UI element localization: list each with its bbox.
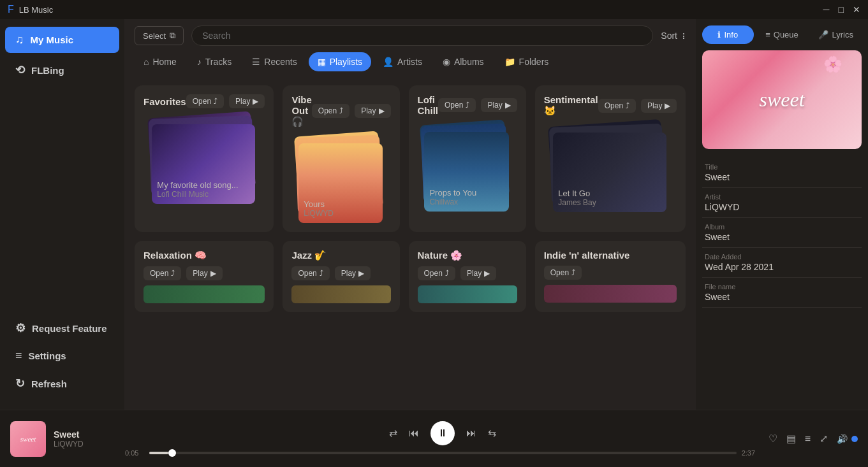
tab-tracks-label: Tracks xyxy=(205,57,232,67)
artists-icon: 👤 xyxy=(383,57,394,67)
maximize-button[interactable]: □ xyxy=(839,4,844,15)
progress-bar[interactable] xyxy=(149,452,737,454)
open-icon: ⤴ xyxy=(214,97,217,106)
tab-albums-label: Albums xyxy=(454,57,484,67)
lyrics-icon: 🎤 xyxy=(818,30,828,40)
play-pause-button[interactable]: ⏸ xyxy=(430,421,455,445)
tab-folders[interactable]: 📁 Folders xyxy=(496,52,558,71)
next-button[interactable]: ⏭ xyxy=(466,427,476,439)
playlists-scroll[interactable]: Favorites Open ⤴ Play ▶ xyxy=(124,78,696,410)
album-art: 🌸 sweet xyxy=(702,50,862,149)
playlist-card-nature[interactable]: Nature 🌸 Open ⤴ Play ▶ xyxy=(409,241,526,312)
favorites-title: Favorites xyxy=(143,96,186,107)
shuffle-button[interactable]: ⇄ xyxy=(389,427,397,439)
nature-preview xyxy=(418,285,517,303)
sidebar-item-refresh[interactable]: ↻ Refresh xyxy=(5,370,119,397)
relaxation-play-btn[interactable]: Play ▶ xyxy=(186,266,222,280)
favorites-actions: Open ⤴ Play ▶ xyxy=(186,94,265,108)
folders-icon: 📁 xyxy=(504,57,515,67)
lofichill-header: Lofi Chill Open ⤴ Play ▶ xyxy=(418,94,517,116)
playlist-add-button[interactable]: ▤ xyxy=(786,433,796,445)
sentimental-actions: Open ⤴ Play ▶ xyxy=(598,99,677,113)
volume-indicator xyxy=(851,436,858,442)
playlist-card-relaxation[interactable]: Relaxation 🧠 Open ⤴ Play ▶ xyxy=(135,241,274,312)
equalizer-button[interactable]: ≡ xyxy=(805,433,811,445)
select-button[interactable]: Select ⧉ xyxy=(135,26,184,45)
playlist-card-sentimental[interactable]: Sentimental 🐱 Open ⤴ Play ▶ xyxy=(535,85,686,232)
app-title-section: F LB Music xyxy=(8,4,53,15)
like-button[interactable]: ♡ xyxy=(769,433,777,445)
favorites-song-info: My favorite old song... Lofi Chill Music xyxy=(157,180,238,199)
jazz-play-btn[interactable]: Play ▶ xyxy=(335,266,371,280)
lofichill-play-btn[interactable]: Play ▶ xyxy=(481,98,517,112)
time-total: 2:37 xyxy=(742,449,761,457)
relaxation-open-btn[interactable]: Open ⤴ xyxy=(143,266,181,280)
art-front: Props to You Chillwax xyxy=(424,132,509,212)
favorites-art: My favorite old song... Lofi Chill Music xyxy=(143,115,265,204)
flbing-icon: ⟲ xyxy=(15,63,25,77)
indie-open-btn[interactable]: Open ⤴ xyxy=(544,266,582,280)
playlist-card-jazz[interactable]: Jazz 🎷 Open ⤴ Play ▶ xyxy=(283,241,399,312)
play-icon: ▶ xyxy=(665,101,670,110)
playlist-card-favorites[interactable]: Favorites Open ⤴ Play ▶ xyxy=(135,85,274,232)
vibeout-play-btn[interactable]: Play ▶ xyxy=(355,104,390,118)
right-panel: ℹ Info ≡ Queue 🎤 Lyrics ✏ 🌸 sweet Title … xyxy=(696,19,868,410)
player-title: Sweet xyxy=(54,429,117,440)
volume-icon: 🔊 xyxy=(837,434,848,444)
tab-artists[interactable]: 👤 Artists xyxy=(374,52,431,71)
date-added-value: Wed Apr 28 2021 xyxy=(705,262,859,272)
album-label: Album xyxy=(705,223,859,231)
tab-queue[interactable]: ≡ Queue xyxy=(756,25,808,44)
jazz-actions: Open ⤴ Play ▶ xyxy=(291,266,390,280)
lofichill-song-info: Props to You Chillwax xyxy=(429,188,476,206)
tab-info[interactable]: ℹ Info xyxy=(702,25,754,44)
tab-home[interactable]: ⌂ Home xyxy=(135,52,186,71)
sidebar-item-my-music[interactable]: ♫ My Music xyxy=(5,27,119,53)
player-center: ⇄ ⏮ ⏸ ⏭ ⇆ 0:05 2:37 xyxy=(125,421,761,457)
playlist-card-indie[interactable]: Indie 'n' alternative Open ⤴ xyxy=(535,241,686,312)
tab-tracks[interactable]: ♪ Tracks xyxy=(188,52,240,71)
lofichill-open-btn[interactable]: Open ⤴ xyxy=(438,98,476,112)
sentimental-play-btn[interactable]: Play ▶ xyxy=(641,99,677,113)
app-body: ♫ My Music ⟲ FLBing ⚙ Request Feature ≡ … xyxy=(0,19,868,410)
expand-button[interactable]: ⤢ xyxy=(820,433,828,445)
player-controls: ⇄ ⏮ ⏸ ⏭ ⇆ xyxy=(389,421,496,445)
top-bar: Select ⧉ Sort ⫶ xyxy=(124,19,696,52)
indie-actions: Open ⤴ xyxy=(544,266,677,280)
title-value: Sweet xyxy=(705,172,859,182)
vibeout-open-btn[interactable]: Open ⤴ xyxy=(312,104,349,118)
album-value: Sweet xyxy=(705,232,859,242)
nature-play-btn[interactable]: Play ▶ xyxy=(460,266,496,280)
minimize-button[interactable]: ─ xyxy=(823,4,830,15)
playlist-card-vibe-out[interactable]: Vibe Out 🎧 Open ⤴ Play ▶ xyxy=(283,85,399,232)
repeat-button[interactable]: ⇆ xyxy=(488,427,496,439)
settings-icon: ≡ xyxy=(15,349,22,363)
prev-button[interactable]: ⏮ xyxy=(409,427,419,439)
sidebar-item-settings[interactable]: ≡ Settings xyxy=(5,343,119,369)
sidebar-item-request-feature[interactable]: ⚙ Request Feature xyxy=(5,315,119,341)
search-input[interactable] xyxy=(191,25,653,46)
favorites-open-btn[interactable]: Open ⤴ xyxy=(186,94,224,108)
sidebar-item-flbing[interactable]: ⟲ FLBing xyxy=(5,57,119,83)
lofichill-title: Lofi Chill xyxy=(418,94,439,116)
main-content: Select ⧉ Sort ⫶ ⌂ Home ♪ Tracks ☰ Recent… xyxy=(124,19,696,410)
nature-open-btn[interactable]: Open ⤴ xyxy=(418,266,455,280)
open-icon: ⤴ xyxy=(339,106,343,115)
sort-button[interactable]: Sort ⫶ xyxy=(661,31,686,41)
vibeout-title: Vibe Out 🎧 xyxy=(291,94,311,127)
progress-fill xyxy=(149,452,168,454)
tab-folders-label: Folders xyxy=(519,57,549,67)
tab-playlists[interactable]: ▦ Playlists xyxy=(309,52,371,71)
tab-recents[interactable]: ☰ Recents xyxy=(243,52,305,71)
recents-icon: ☰ xyxy=(252,57,260,67)
artist-label: Artist xyxy=(705,193,859,201)
tab-lyrics[interactable]: 🎤 Lyrics xyxy=(810,25,862,44)
nature-emoji: 🌸 xyxy=(450,250,462,261)
tab-albums[interactable]: ◉ Albums xyxy=(434,52,493,71)
favorites-play-btn[interactable]: Play ▶ xyxy=(229,94,265,108)
tab-queue-label: Queue xyxy=(774,30,798,40)
jazz-open-btn[interactable]: Open ⤴ xyxy=(291,266,329,280)
playlist-card-lofi-chill[interactable]: Lofi Chill Open ⤴ Play ▶ xyxy=(409,85,526,232)
sentimental-open-btn[interactable]: Open ⤴ xyxy=(598,99,636,113)
close-button[interactable]: ✕ xyxy=(853,4,860,15)
